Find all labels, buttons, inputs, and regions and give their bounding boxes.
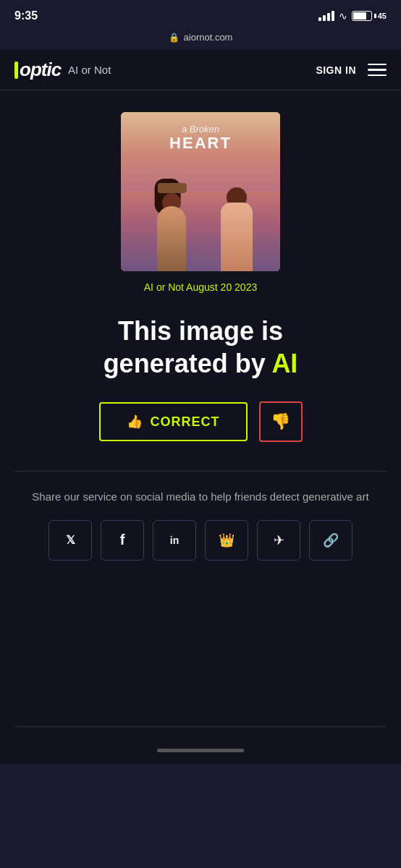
image-title-overlay: a Broken HEART (121, 124, 280, 152)
hamburger-menu-icon[interactable] (368, 64, 387, 77)
facebook-share-button[interactable]: f (101, 520, 144, 561)
logo-subtitle: AI or Not (68, 64, 111, 76)
status-bar: 9:35 ∿ 45 (0, 0, 401, 29)
status-icons: ∿ 45 (318, 10, 387, 22)
social-share-buttons: 𝕏 f in 👑 ✈ 🔗 (48, 520, 353, 561)
image-main-title-text: HEART (121, 135, 280, 152)
telegram-icon: ✈ (274, 532, 284, 548)
link-icon: 🔗 (323, 532, 339, 548)
result-ai-word: AI (271, 349, 297, 378)
facebook-icon: f (120, 532, 125, 548)
home-indicator (0, 741, 401, 764)
nav-bar: optic AI or Not SIGN IN (0, 50, 401, 90)
twitter-icon: 𝕏 (66, 533, 75, 547)
reddit-icon: 👑 (219, 532, 235, 548)
linkedin-share-button[interactable]: in (153, 520, 196, 561)
nav-right: SIGN IN (316, 64, 387, 77)
logo: optic (14, 59, 61, 81)
url-domain: aiornot.com (184, 32, 233, 43)
section-divider (14, 471, 387, 472)
logo-area: optic AI or Not (14, 59, 111, 81)
url-bar[interactable]: 🔒 aiornot.com (0, 29, 401, 50)
lock-icon: 🔒 (169, 33, 180, 43)
image-subtitle-text: a Broken (121, 124, 280, 135)
share-text: Share our service on social media to hel… (32, 489, 368, 506)
figure-male (208, 177, 266, 271)
bottom-divider (14, 726, 387, 727)
image-link[interactable]: AI or Not August 20 2023 (144, 281, 257, 293)
reddit-share-button[interactable]: 👑 (205, 520, 248, 561)
telegram-share-button[interactable]: ✈ (257, 520, 300, 561)
main-content: a Broken HEART AI or Not Augus (0, 90, 401, 741)
figure-female (143, 177, 200, 271)
image-figures (128, 170, 273, 271)
linkedin-icon: in (170, 535, 179, 546)
battery-icon: 45 (352, 11, 387, 21)
thumbs-up-icon: 👍 (127, 414, 143, 430)
twitter-share-button[interactable]: 𝕏 (48, 520, 92, 561)
signal-bars-icon (318, 11, 334, 21)
copy-link-button[interactable]: 🔗 (309, 520, 353, 561)
result-heading: This image is generated by AI (104, 315, 298, 380)
battery-level: 45 (378, 12, 387, 20)
ai-image-card: a Broken HEART (121, 112, 280, 271)
thumbs-down-icon: 👎 (271, 412, 290, 431)
correct-label: CORRECT (151, 414, 220, 430)
home-bar (157, 749, 244, 752)
incorrect-button[interactable]: 👎 (259, 401, 303, 442)
sign-in-button[interactable]: SIGN IN (316, 64, 356, 76)
result-line1: This image is (118, 316, 283, 346)
logo-accent-bar (14, 61, 18, 79)
result-line2: generated by (104, 349, 266, 378)
wifi-icon: ∿ (339, 10, 347, 22)
logo-text: optic (20, 59, 61, 81)
status-time: 9:35 (14, 9, 38, 22)
action-buttons: 👍 CORRECT 👎 (99, 401, 303, 442)
correct-button[interactable]: 👍 CORRECT (99, 402, 248, 441)
